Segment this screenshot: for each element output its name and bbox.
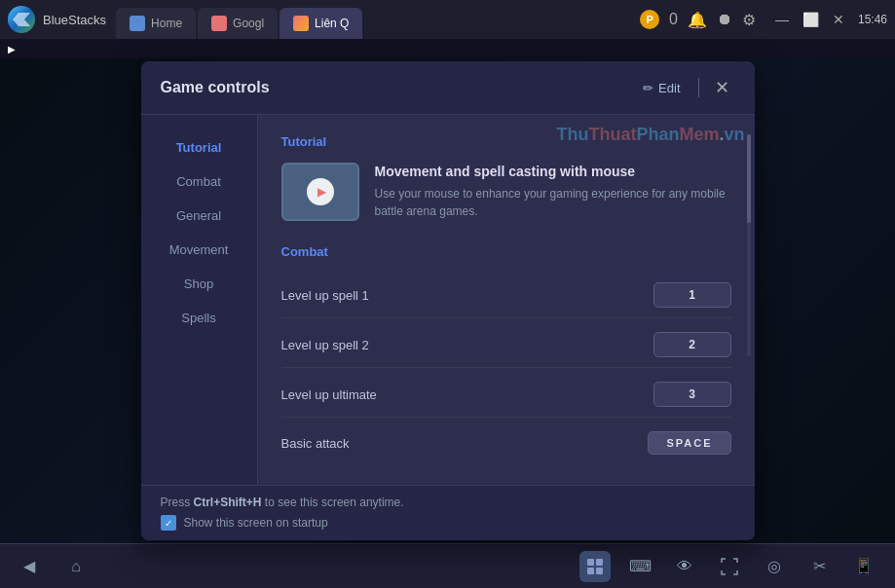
svg-rect-2 (596, 559, 603, 566)
sidebar-item-spells[interactable]: Spells (141, 301, 257, 335)
main-area: Game controls ✏ Edit ✕ Tutorial (0, 58, 895, 543)
modal-content: ThuThuatPhanMem.vn Tutorial ▶ Movement a… (258, 115, 755, 485)
spell2-key[interactable]: 2 (653, 332, 731, 357)
time-display: 15:46 (858, 13, 887, 26)
modal-body: Tutorial Combat General Movement Shop (141, 115, 755, 485)
tab-lien-label: Liên Q (315, 17, 349, 30)
play-icon-small: ▶ (8, 44, 16, 55)
coin-count: 0 (669, 11, 678, 28)
basic-attack-key[interactable]: SPACE (648, 431, 730, 455)
app-name: BlueStacks (43, 13, 106, 27)
settings-icon[interactable]: ⚙ (742, 11, 756, 29)
checkbox-row: ✓ Show this screen on startup (161, 515, 735, 531)
svg-marker-0 (13, 13, 30, 26)
basic-attack-label: Basic attack (281, 436, 350, 451)
sidebar-item-general[interactable]: General (141, 199, 257, 233)
tutorial-description: Use your mouse to enhance your gaming ex… (375, 185, 731, 220)
taskbar-right: ⌨ 👁 ◎ ✂ 📱 (579, 551, 879, 582)
second-bar: ▶ (0, 39, 895, 58)
bluestacks-logo (8, 6, 35, 33)
header-divider (698, 78, 699, 97)
modal-close-button[interactable]: ✕ (709, 75, 735, 100)
checkbox-label: Show this screen on startup (184, 516, 328, 530)
spell1-key[interactable]: 1 (653, 282, 731, 308)
sidebar-general-label: General (176, 208, 221, 223)
tab-google[interactable]: Googl (198, 8, 278, 39)
record-icon[interactable]: ⏺ (717, 11, 732, 28)
taskbar: ◀ ⌂ ⌨ 👁 ◎ ✂ 📱 (0, 543, 895, 588)
sidebar-tutorial-label: Tutorial (176, 140, 222, 155)
sidebar-item-tutorial[interactable]: Tutorial (141, 130, 257, 165)
google-icon (211, 16, 227, 31)
scroll-thumb (747, 134, 751, 223)
tutorial-card: ▶ Movement and spell casting with mouse … (281, 163, 731, 221)
modal-header: Game controls ✏ Edit ✕ (141, 61, 755, 115)
ultimate-label: Level up ultimate (281, 387, 377, 402)
coin-badge: P (640, 10, 659, 29)
back-button[interactable]: ◀ (16, 553, 43, 580)
sidebar-item-shop[interactable]: Shop (141, 267, 257, 301)
spell1-label: Level up spell 1 (281, 288, 369, 303)
startup-checkbox[interactable]: ✓ (161, 515, 176, 531)
modal-footer: Press Ctrl+Shift+H to see this screen an… (141, 485, 755, 540)
combat-row-spell1: Level up spell 1 1 (281, 273, 731, 318)
tutorial-text: Movement and spell casting with mouse Us… (375, 164, 731, 220)
modal-sidebar: Tutorial Combat General Movement Shop (141, 115, 258, 485)
game-controls-modal: Game controls ✏ Edit ✕ Tutorial (141, 61, 755, 540)
combat-rows: Level up spell 1 1 Level up spell 2 2 Le… (281, 273, 731, 464)
ultimate-key[interactable]: 3 (653, 382, 731, 407)
window-controls: — ⬜ ✕ (771, 10, 848, 29)
home-icon (130, 16, 145, 31)
sidebar-shop-label: Shop (184, 276, 213, 291)
svg-rect-1 (587, 559, 594, 566)
combat-row-basic-attack: Basic attack SPACE (281, 422, 731, 464)
sidebar-spells-label: Spells (181, 311, 215, 325)
eye-icon[interactable]: 👁 (669, 551, 700, 582)
scissors-icon[interactable]: ✂ (803, 551, 835, 582)
grid-view-icon[interactable] (579, 551, 611, 582)
combat-row-spell2: Level up spell 2 2 (281, 322, 731, 368)
keyboard-icon[interactable]: ⌨ (624, 551, 655, 582)
sidebar-item-movement[interactable]: Movement (141, 233, 257, 267)
sidebar-item-combat[interactable]: Combat (141, 165, 257, 199)
tab-home-label: Home (151, 17, 182, 30)
fullscreen-icon[interactable] (714, 551, 745, 582)
tab-google-label: Googl (233, 17, 264, 30)
sidebar-movement-label: Movement (169, 242, 229, 257)
play-button[interactable]: ▶ (307, 178, 334, 205)
modal-title: Game controls (161, 79, 270, 96)
phone-icon[interactable]: 📱 (848, 551, 879, 582)
restore-button[interactable]: ⬜ (799, 10, 823, 29)
notification-icon[interactable]: 🔔 (688, 11, 707, 29)
home-button[interactable]: ⌂ (62, 553, 90, 580)
top-bar: BlueStacks Home Googl Liên Q P 0 🔔 ⏺ ⚙ —… (0, 0, 895, 39)
close-window-button[interactable]: ✕ (829, 10, 848, 29)
edit-label: Edit (658, 81, 680, 95)
tab-home[interactable]: Home (116, 8, 196, 39)
tutorial-video-thumb[interactable]: ▶ (281, 163, 359, 221)
tab-lien[interactable]: Liên Q (280, 8, 362, 39)
spell2-label: Level up spell 2 (281, 338, 369, 352)
tutorial-section-title: Tutorial (281, 134, 731, 149)
tutorial-heading: Movement and spell casting with mouse (375, 164, 731, 179)
scrollbar[interactable] (747, 134, 751, 356)
shortcut-highlight: Ctrl+Shift+H (194, 496, 262, 509)
sidebar-combat-label: Combat (176, 174, 221, 189)
minimize-button[interactable]: — (771, 10, 793, 29)
combat-section-title: Combat (281, 244, 731, 259)
edit-pencil-icon: ✏ (643, 81, 653, 95)
footer-hint: Press Ctrl+Shift+H to see this screen an… (161, 496, 735, 509)
app-branding: BlueStacks (8, 6, 106, 33)
combat-row-ultimate: Level up ultimate 3 (281, 372, 731, 418)
lien-icon (293, 16, 309, 31)
svg-rect-3 (587, 568, 594, 574)
modal-overlay: Game controls ✏ Edit ✕ Tutorial (0, 58, 895, 543)
modal-header-actions: ✏ Edit ✕ (635, 75, 734, 100)
tabs-area: Home Googl Liên Q (116, 0, 362, 39)
svg-rect-4 (596, 568, 603, 574)
top-bar-right: P 0 🔔 ⏺ ⚙ — ⬜ ✕ 15:46 (640, 10, 887, 29)
edit-button[interactable]: ✏ Edit (635, 78, 688, 98)
location-icon[interactable]: ◎ (759, 551, 790, 582)
